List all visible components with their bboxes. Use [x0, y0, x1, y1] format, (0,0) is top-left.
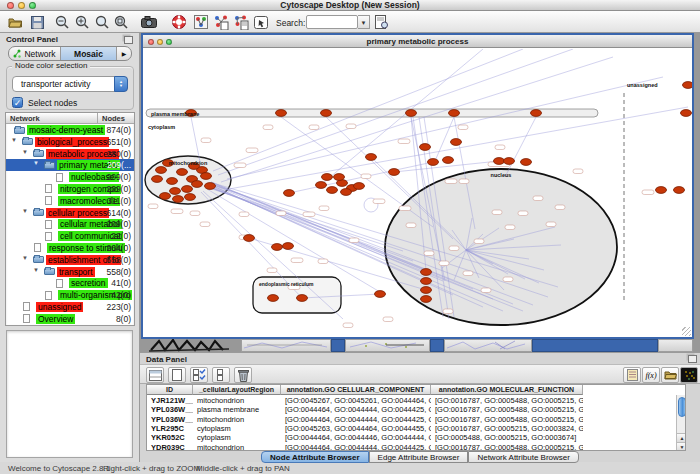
- zoom-button[interactable]: [29, 2, 36, 9]
- graph-node[interactable]: [276, 110, 287, 117]
- delete-attribute-icon[interactable]: [234, 367, 252, 383]
- zoom-in-icon[interactable]: [73, 13, 91, 31]
- background-window-sliver[interactable]: [430, 339, 444, 352]
- graph-node[interactable]: [321, 110, 332, 117]
- help-icon[interactable]: [170, 13, 188, 31]
- network-tree-row[interactable]: ▼metabolic process280(0): [6, 148, 134, 160]
- network-tree-row[interactable]: nitrogen compo209(0): [6, 183, 134, 195]
- network-tree-row[interactable]: ▼cellular process614(0): [6, 207, 134, 219]
- table-cell-comp[interactable]: [GO:0044464, GO:0044444, GO:0044425, G..…: [281, 405, 431, 414]
- network-tree-row[interactable]: nucleobase-209(0): [6, 171, 134, 183]
- table-cell-comp[interactable]: [GO:0045267, GO:0045261, GO:0044464, G..…: [281, 396, 431, 405]
- graph-node[interactable]: [297, 295, 308, 302]
- tab-network[interactable]: Network: [9, 47, 61, 60]
- column-header[interactable]: _cellularLayoutRegion: [193, 385, 281, 395]
- float-panel-icon[interactable]: [124, 36, 133, 44]
- dropdown-stepper-icon[interactable]: ▲▼: [114, 76, 128, 92]
- tree-header-separator[interactable]: [97, 113, 98, 124]
- scrollbar-thumb[interactable]: [678, 397, 686, 417]
- graph-node[interactable]: [170, 188, 181, 195]
- graph-node[interactable]: [341, 189, 352, 196]
- network-tree-row[interactable]: ▼establishment of lo558(0): [6, 254, 134, 266]
- graph-node[interactable]: [443, 157, 454, 164]
- network-tree-row[interactable]: unassigned223(0): [6, 301, 134, 313]
- tree-row-label[interactable]: mosaic-demo-yeast: [27, 125, 105, 135]
- table-cell-comp[interactable]: [GO:0045263, GO:0044464, GO:0044455, G..…: [281, 424, 431, 433]
- annotation-icon[interactable]: [252, 13, 270, 31]
- network-canvas[interactable]: plasma membranecytoplasmmitochondrionnuc…: [143, 49, 692, 337]
- network-tree-row[interactable]: ▼primary metabo209(...: [6, 159, 134, 171]
- table-cell-region[interactable]: plasma membrane: [193, 405, 281, 414]
- table-cell-func[interactable]: [GO:0005488, GO:0005215, GO:0003674]: [431, 433, 583, 442]
- graph-node[interactable]: [201, 173, 212, 180]
- birds-eye-view[interactable]: [6, 330, 133, 458]
- table-cell-id[interactable]: YLR295C: [147, 424, 193, 433]
- background-window-sliver[interactable]: [241, 339, 331, 352]
- column-header[interactable]: annotation.GO MOLECULAR_FUNCTION: [431, 385, 583, 395]
- graph-node[interactable]: [167, 178, 178, 185]
- network-tree-row[interactable]: ▼transport558(0): [6, 266, 134, 278]
- table-scrollbar[interactable]: ▲ ▼: [676, 395, 686, 451]
- graph-node[interactable]: [284, 190, 295, 197]
- attribute-editor-icon[interactable]: [623, 367, 641, 383]
- graph-node[interactable]: [421, 296, 432, 303]
- zoom-out-icon[interactable]: [53, 13, 71, 31]
- table-cell-region[interactable]: cytoplasm: [193, 424, 281, 433]
- table-cell-id[interactable]: YDR039C__1: [147, 443, 193, 452]
- snapshot-icon[interactable]: [140, 13, 158, 31]
- table-cell-func[interactable]: [GO:0016787, GO:0005488, GO:0005215, G..…: [431, 443, 583, 452]
- scroll-down-icon[interactable]: ▼: [677, 442, 686, 451]
- tree-row-label[interactable]: cellular process: [46, 208, 109, 218]
- table-cell-id[interactable]: YKR052C: [147, 433, 193, 442]
- tree-expander-icon[interactable]: ▼: [33, 267, 39, 273]
- tree-expander-icon[interactable]: ▼: [22, 255, 28, 261]
- graph-node[interactable]: [421, 278, 432, 285]
- graph-node[interactable]: [681, 110, 692, 117]
- table-cell-comp[interactable]: [GO:0044464, GO:0044444, GO:0044425, G..…: [281, 443, 431, 452]
- node-color-dropdown[interactable]: transporter activity: [12, 76, 128, 92]
- background-window-sliver[interactable]: [149, 339, 239, 352]
- zoom-selected-icon[interactable]: [93, 13, 111, 31]
- column-header[interactable]: annotation.GO CELLULAR_COMPONENT: [281, 385, 431, 395]
- tab-overflow-arrow[interactable]: ▶: [117, 47, 131, 60]
- background-window-sliver[interactable]: [331, 339, 345, 352]
- network-tree-row[interactable]: response to stimulu264(0): [6, 242, 134, 254]
- graph-node[interactable]: [268, 295, 279, 302]
- background-window-sliver[interactable]: [345, 339, 430, 352]
- save-session-icon[interactable]: [28, 13, 46, 31]
- attribute-table-icon[interactable]: [146, 367, 164, 383]
- table-cell-func[interactable]: [GO:0016787, GO:0005488, GO:0005215, G..…: [431, 405, 583, 414]
- network-tree-row[interactable]: ▼biological_process651(0): [6, 136, 134, 148]
- graph-node[interactable]: [504, 158, 515, 165]
- net-close-button[interactable]: [148, 39, 154, 45]
- new-attribute-icon[interactable]: [168, 367, 186, 383]
- table-cell-id[interactable]: YJR121W__1: [147, 396, 193, 405]
- graph-node[interactable]: [316, 182, 327, 189]
- graph-node[interactable]: [173, 196, 184, 203]
- search-options-icon[interactable]: [372, 13, 390, 31]
- tree-expander-icon[interactable]: ▼: [22, 149, 28, 155]
- graph-node[interactable]: [421, 287, 432, 294]
- background-window-sliver[interactable]: [532, 339, 658, 352]
- network-window-controls[interactable]: [148, 39, 172, 45]
- resize-grip[interactable]: [682, 327, 691, 336]
- tree-row-label[interactable]: transport: [57, 267, 95, 277]
- matrix-view-icon[interactable]: [680, 367, 698, 383]
- minimize-button[interactable]: [18, 2, 25, 9]
- background-window-sliver[interactable]: [444, 339, 532, 352]
- tree-row-label[interactable]: Overview: [36, 314, 75, 324]
- background-window-sliver[interactable]: [658, 339, 693, 352]
- tab-mosaic[interactable]: Mosaic: [61, 47, 117, 60]
- tree-row-label[interactable]: secretion: [69, 278, 108, 288]
- net-minimize-button[interactable]: [157, 39, 163, 45]
- table-cell-func[interactable]: [GO:0016787, GO:0005215, GO:0003824, G..…: [431, 424, 583, 433]
- graph-node[interactable]: [182, 186, 193, 193]
- unselect-attributes-icon[interactable]: [212, 367, 230, 383]
- close-button[interactable]: [7, 2, 14, 9]
- graph-node[interactable]: [375, 291, 386, 298]
- graph-node[interactable]: [521, 159, 532, 166]
- float-data-panel-icon[interactable]: [688, 355, 697, 363]
- graph-node[interactable]: [449, 110, 460, 117]
- open-session-icon[interactable]: [6, 13, 24, 31]
- graph-node[interactable]: [674, 187, 685, 194]
